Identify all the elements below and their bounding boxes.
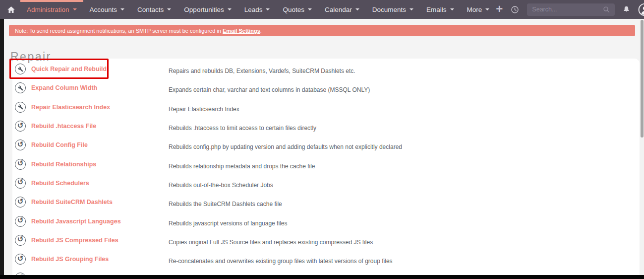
- nav-item-quotes[interactable]: Quotes: [276, 0, 318, 19]
- search-magnifier-icon[interactable]: [602, 5, 611, 14]
- rotate-ccw-icon: ↺: [15, 140, 26, 150]
- repair-list-item: Repair Elasticsearch Index Repair Elasti…: [12, 98, 640, 117]
- chevron-down-icon: [73, 8, 77, 10]
- nav-item-documents[interactable]: Documents: [366, 0, 420, 19]
- user-avatar-icon: [638, 3, 644, 16]
- repair-list-item: ↺ Rebuild JS Compressed Files Copies ori…: [12, 231, 640, 250]
- top-navigation-bar: Administration Accounts Contacts Opportu…: [0, 0, 644, 19]
- repair-item-link[interactable]: Rebuild SuiteCRM Dashlets: [31, 199, 169, 206]
- chevron-down-icon: [485, 8, 489, 10]
- bell-icon: [622, 5, 631, 14]
- repair-item-link[interactable]: Quick Repair and Rebuild: [31, 66, 169, 72]
- vertical-scrollbar-track[interactable]: [640, 19, 644, 275]
- smtp-warning-banner: Note: To send record assignment notifica…: [9, 25, 635, 36]
- chevron-down-icon: [266, 8, 270, 10]
- repair-item-link[interactable]: Rebuild JS Compressed Files: [31, 237, 169, 244]
- chevron-down-icon: [120, 8, 124, 10]
- chevron-down-icon: [355, 8, 359, 10]
- recently-viewed-button[interactable]: [510, 5, 520, 14]
- nav-item-opportunities[interactable]: Opportunities: [177, 0, 237, 19]
- repair-item-description: Rebuilds out-of-the-box Scheduler Jobs: [169, 182, 273, 189]
- nav-item-calendar[interactable]: Calendar: [318, 0, 366, 19]
- nav-right-cluster: +: [496, 3, 644, 16]
- nav-item-administration[interactable]: Administration: [20, 0, 83, 19]
- email-settings-link[interactable]: Email Settings: [223, 28, 260, 34]
- repair-item-description: Rebuilds javascript versions of language…: [169, 220, 287, 227]
- repair-item-link[interactable]: Rebuild .htaccess File: [31, 123, 169, 130]
- wrench-icon: [15, 82, 26, 93]
- repair-item-description: Rebuilds .htaccess to limit access to ce…: [169, 125, 316, 132]
- nav-item-leads[interactable]: Leads: [238, 0, 277, 19]
- history-clock-icon: [510, 5, 520, 14]
- page-title: Repair: [10, 50, 52, 64]
- rotate-ccw-icon: ↺: [15, 235, 26, 246]
- window-left-edge: [0, 19, 4, 279]
- repair-item-link[interactable]: Rebuild Javascript Languages: [31, 218, 169, 225]
- repair-item-link[interactable]: Expand Column Width: [31, 84, 169, 91]
- rotate-ccw-icon: ↺: [15, 254, 26, 265]
- nav-item-more[interactable]: More: [461, 0, 496, 19]
- repair-item-description: Rebuilds config.php by updating version …: [169, 143, 402, 150]
- repair-item-link[interactable]: Rebuild JS Grouping Files: [31, 256, 169, 263]
- chevron-down-icon: [410, 8, 413, 10]
- repair-item-description: Repair Elasticsearch Index: [169, 106, 239, 113]
- repair-list: Quick Repair and Rebuild Repairs and reb…: [12, 59, 640, 279]
- nav-item-emails[interactable]: Emails: [420, 0, 461, 19]
- repair-list-item: ↺ Rebuild Config File Rebuilds config.ph…: [12, 136, 640, 154]
- plus-icon: +: [496, 2, 503, 15]
- rotate-ccw-icon: ↺: [15, 121, 26, 132]
- nav-item-accounts[interactable]: Accounts: [83, 0, 131, 19]
- nav-item-contacts[interactable]: Contacts: [131, 0, 177, 19]
- repair-list-item: ↺ Rebuild Javascript Languages Rebuilds …: [12, 211, 640, 230]
- alert-text: Note: To send record assignment notifica…: [15, 28, 223, 34]
- wrench-icon: [15, 64, 26, 74]
- rotate-ccw-icon: ↺: [15, 178, 26, 189]
- repair-item-link[interactable]: Rebuild Relationships: [31, 161, 169, 168]
- rotate-ccw-icon: ↺: [15, 159, 26, 170]
- vertical-scrollbar-thumb[interactable]: [641, 20, 644, 138]
- repair-item-description: Re-concatenates and overwrites existing …: [169, 258, 393, 265]
- window-bottom-edge: [0, 275, 644, 279]
- repair-panel: Quick Repair and Rebuild Repairs and reb…: [12, 59, 640, 279]
- repair-list-item: ↺ Rebuild SuiteCRM Dashlets Rebuilds the…: [12, 193, 640, 211]
- repair-item-description: Copies original Full JS Source files and…: [169, 239, 373, 246]
- repair-list-item: ↺ Rebuild JS Grouping Files Re-concatena…: [12, 250, 640, 269]
- chevron-down-icon: [228, 8, 232, 10]
- repair-item-link[interactable]: Rebuild Schedulers: [31, 180, 169, 187]
- home-button[interactable]: [7, 0, 15, 19]
- chevron-down-icon: [450, 8, 454, 10]
- alert-text-suffix: .: [260, 28, 262, 34]
- repair-list-item: ↺ Rebuild Schedulers Rebuilds out-of-the…: [12, 174, 640, 193]
- profile-menu-button[interactable]: [638, 3, 644, 16]
- repair-list-item: ↺ Rebuild Relationships Rebuilds relatio…: [12, 154, 640, 173]
- repair-item-description: Rebuilds the SuiteCRM Dashlets cache fil…: [169, 201, 282, 208]
- rotate-ccw-icon: ↺: [15, 216, 26, 227]
- quick-create-button[interactable]: +: [496, 3, 503, 15]
- repair-list-item: Quick Repair and Rebuild Repairs and reb…: [12, 60, 640, 78]
- chevron-down-icon: [308, 8, 312, 10]
- repair-item-description: Expands certain char, varchar and text c…: [169, 86, 370, 93]
- home-icon: [7, 5, 15, 14]
- repair-item-description: Rebuilds relationship metadata and drops…: [169, 163, 315, 170]
- repair-item-link[interactable]: Repair Elasticsearch Index: [31, 104, 169, 111]
- repair-list-item: Expand Column Width Expands certain char…: [12, 78, 640, 97]
- notifications-button[interactable]: [622, 5, 631, 14]
- chevron-down-icon: [167, 8, 171, 10]
- repair-item-link[interactable]: Rebuild Config File: [31, 141, 169, 148]
- search-input[interactable]: [527, 3, 615, 16]
- rotate-ccw-icon: ↺: [15, 197, 26, 208]
- wrench-icon: [15, 102, 26, 113]
- repair-item-description: Repairs and rebuilds DB, Extensions, Var…: [169, 68, 355, 74]
- repair-list-item: ↺ Rebuild .htaccess File Rebuilds .htacc…: [12, 117, 640, 136]
- global-search: [527, 3, 615, 16]
